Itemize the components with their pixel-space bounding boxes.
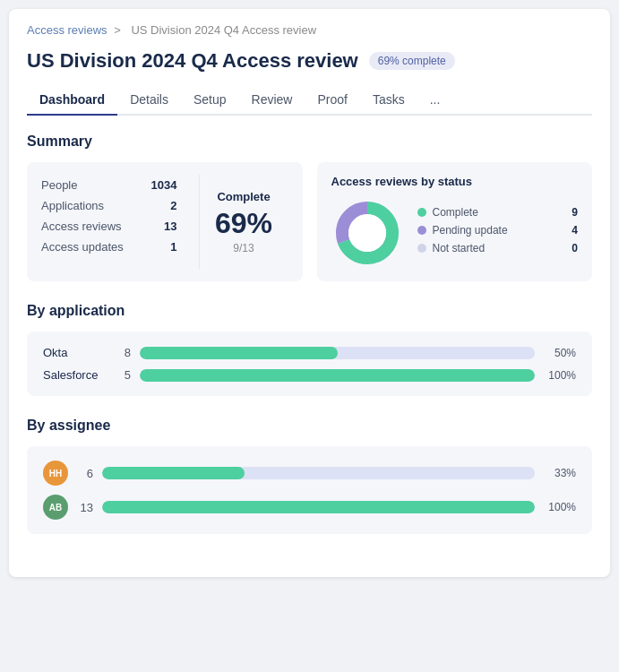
assignee-row-ab: AB 13 100% <box>43 495 576 520</box>
legend-complete-label: Complete <box>433 206 478 219</box>
complete-percentage: 69% <box>215 207 272 240</box>
tab-more[interactable]: ... <box>417 85 453 116</box>
stat-access-reviews: Access reviews 13 <box>41 216 177 237</box>
app-track-okta <box>140 347 535 359</box>
stat-people: People 1034 <box>41 175 177 195</box>
donut-chart <box>331 197 403 269</box>
by-assignee-card: HH 6 33% AB 13 100% <box>27 446 592 534</box>
page-title: US Division 2024 Q4 Access review <box>27 49 358 73</box>
legend-pending-label: Pending update <box>433 224 508 237</box>
app-count-okta: 8 <box>115 346 131 359</box>
app-fill-okta <box>140 347 338 359</box>
app-fill-salesforce <box>140 369 535 382</box>
stat-access-updates-label: Access updates <box>41 240 124 254</box>
legend-pending-dot <box>417 226 426 235</box>
stat-applications: Applications 2 <box>41 195 177 216</box>
summary-complete-card: Complete 69% 9/13 <box>199 175 288 269</box>
assignee-track-ab <box>102 501 535 513</box>
legend-pending-count: 4 <box>572 224 578 237</box>
assignee-row-hh: HH 6 33% <box>43 461 576 486</box>
app-pct-okta: 50% <box>544 347 576 359</box>
stat-access-reviews-label: Access reviews <box>41 220 122 233</box>
legend-not-started-dot <box>417 244 426 253</box>
legend-not-started-count: 0 <box>572 242 578 254</box>
stat-people-value: 1034 <box>151 178 177 192</box>
breadcrumb: Access reviews > US Division 2024 Q4 Acc… <box>27 23 592 37</box>
stat-access-updates: Access updates 1 <box>41 237 177 257</box>
assignee-count-ab: 13 <box>77 501 93 514</box>
stat-applications-label: Applications <box>41 199 104 212</box>
tab-proof[interactable]: Proof <box>305 85 359 116</box>
app-pct-salesforce: 100% <box>544 369 576 382</box>
by-assignee-section: By assignee HH 6 33% AB 13 100% <box>27 418 592 534</box>
by-application-section: By application Okta 8 50% Salesforce 5 1… <box>27 303 592 396</box>
completion-badge: 69% complete <box>369 52 455 70</box>
stat-access-updates-value: 1 <box>170 240 176 254</box>
app-label-okta: Okta <box>43 346 106 359</box>
complete-fraction: 9/13 <box>233 242 254 254</box>
tab-review[interactable]: Review <box>239 85 305 116</box>
legend-complete: Complete 9 <box>417 206 579 219</box>
assignee-pct-ab: 100% <box>544 501 576 513</box>
avatar-ab: AB <box>43 495 68 520</box>
assignee-count-hh: 6 <box>77 467 93 480</box>
donut-content: Access reviews by status <box>331 175 579 269</box>
tab-bar: Dashboard Details Setup Review Proof Tas… <box>27 85 592 116</box>
by-application-title: By application <box>27 303 592 319</box>
summary-row: People 1034 Applications 2 Access review… <box>27 162 592 281</box>
stat-applications-value: 2 <box>170 199 176 212</box>
page-header: US Division 2024 Q4 Access review 69% co… <box>27 49 592 73</box>
summary-title: Summary <box>27 134 592 150</box>
by-application-card: Okta 8 50% Salesforce 5 100% <box>27 332 592 396</box>
breadcrumb-current: US Division 2024 Q4 Access review <box>131 23 316 37</box>
legend-pending: Pending update 4 <box>417 224 579 237</box>
tab-tasks[interactable]: Tasks <box>360 85 417 116</box>
app-bar-okta: Okta 8 50% <box>43 346 576 359</box>
app-track-salesforce <box>140 369 535 382</box>
assignee-fill-hh <box>102 467 245 479</box>
by-assignee-title: By assignee <box>27 418 592 434</box>
legend-complete-count: 9 <box>572 206 578 219</box>
tab-setup[interactable]: Setup <box>181 85 239 116</box>
avatar-hh: HH <box>43 461 68 486</box>
stat-access-reviews-value: 13 <box>164 220 176 233</box>
summary-stats-list: People 1034 Applications 2 Access review… <box>41 175 177 269</box>
app-label-salesforce: Salesforce <box>43 368 106 382</box>
legend-complete-dot <box>417 208 426 217</box>
assignee-track-hh <box>102 467 535 479</box>
summary-section: Summary People 1034 Applications 2 Acces… <box>27 134 592 281</box>
breadcrumb-separator: > <box>114 23 121 37</box>
complete-label: Complete <box>217 190 270 203</box>
legend-not-started: Not started 0 <box>417 242 579 254</box>
main-container: Access reviews > US Division 2024 Q4 Acc… <box>9 9 610 577</box>
svg-point-3 <box>348 214 386 252</box>
breadcrumb-link[interactable]: Access reviews <box>27 23 107 37</box>
legend-not-started-label: Not started <box>433 242 486 254</box>
donut-title: Access reviews by status <box>331 175 579 188</box>
app-count-salesforce: 5 <box>115 368 131 382</box>
tab-dashboard[interactable]: Dashboard <box>27 85 117 116</box>
summary-stats-card: People 1034 Applications 2 Access review… <box>27 162 303 281</box>
donut-card: Access reviews by status <box>317 162 593 281</box>
stat-people-label: People <box>41 178 77 192</box>
tab-details[interactable]: Details <box>117 85 181 116</box>
assignee-fill-ab <box>102 501 535 513</box>
assignee-pct-hh: 33% <box>544 467 576 479</box>
donut-legend: Complete 9 Pending update 4 Not started <box>417 206 579 260</box>
app-bar-salesforce: Salesforce 5 100% <box>43 368 576 382</box>
